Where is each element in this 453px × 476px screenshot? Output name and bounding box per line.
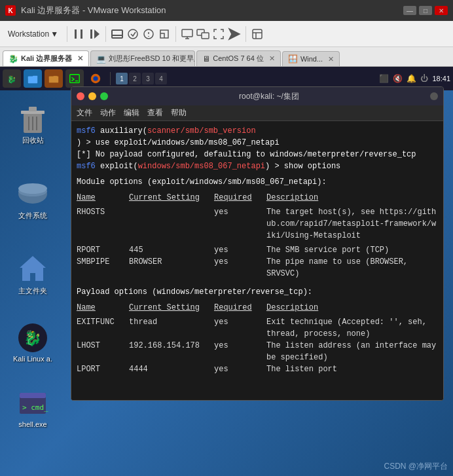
kali-desktop: 🐉 1 2 3 4 ⬛ 🔇 🔔 ⏻ 18:41 bbox=[0, 67, 453, 476]
menu-action[interactable]: 动作 bbox=[100, 107, 116, 119]
workspace-2[interactable]: 2 bbox=[129, 73, 141, 84]
shell-label: shell.exe bbox=[18, 420, 46, 428]
rport-row: RPORT 445 yes The SMB service port (TCP) bbox=[77, 244, 438, 256]
payload-options-header: Payload options (windows/meterpreter/rev… bbox=[77, 286, 438, 298]
payload-options-text: Payload options (windows/meterpreter/rev… bbox=[77, 286, 312, 298]
payload-options-columns: Name Current Setting Required Descriptio… bbox=[77, 302, 438, 314]
svg-point-36 bbox=[18, 183, 47, 194]
send-icon[interactable] bbox=[228, 27, 241, 41]
lport-required: yes bbox=[214, 363, 266, 375]
use-command: ) > use exploit/windows/smb/ms08_067_net… bbox=[77, 137, 280, 149]
tab-kali[interactable]: 🐉 Kali 边界服务器 ✕ bbox=[3, 50, 89, 66]
auxiliary-text: auxiliary( bbox=[96, 125, 147, 137]
terminal-close-btn[interactable] bbox=[77, 92, 84, 100]
pause-icon[interactable] bbox=[72, 27, 85, 41]
minimize-button[interactable]: — bbox=[403, 6, 416, 15]
taskbar-clock: 18:41 bbox=[432, 75, 450, 82]
workspace-4[interactable]: 4 bbox=[155, 73, 167, 84]
workspace-1[interactable]: 1 bbox=[116, 73, 128, 84]
terminal-title: root@kali: ~/集团 bbox=[112, 91, 426, 102]
col-name-1: Name bbox=[77, 192, 129, 204]
settings-icon[interactable] bbox=[251, 27, 264, 41]
taskbar-folder-icon[interactable] bbox=[45, 69, 63, 88]
menu-file[interactable]: 文件 bbox=[77, 107, 92, 119]
filesystem-image bbox=[17, 178, 48, 210]
taskbar-terminal-icon[interactable] bbox=[65, 69, 84, 88]
power-icon: ⏻ bbox=[420, 74, 428, 83]
spacer-5 bbox=[77, 280, 438, 286]
trash-image bbox=[17, 103, 48, 134]
shell-icon-desktop[interactable]: > cmd_ shell.exe bbox=[13, 388, 52, 428]
menu-edit[interactable]: 编辑 bbox=[124, 107, 139, 119]
workspace-switcher: 1 2 3 4 bbox=[116, 73, 167, 84]
vm-icon-1[interactable] bbox=[111, 27, 124, 41]
tab-freebsd-icon: 💻 bbox=[96, 54, 106, 64]
home-icon-desktop[interactable]: 主文件夹 bbox=[13, 253, 52, 296]
tab-wind-close[interactable]: ✕ bbox=[328, 55, 334, 64]
tab-kali-label: Kali 边界服务器 bbox=[21, 54, 72, 64]
vm-icon-4[interactable] bbox=[158, 27, 171, 41]
col-desc-1: Description bbox=[266, 192, 438, 204]
fullscreen-icon[interactable] bbox=[212, 27, 225, 41]
lhost-setting: 192.168.154.178 bbox=[129, 340, 214, 363]
rhosts-setting bbox=[129, 206, 214, 242]
maximize-button[interactable]: □ bbox=[419, 6, 432, 15]
lport-row: LPORT 4444 yes The listen port bbox=[77, 363, 438, 375]
taskbar-firefox-icon[interactable] bbox=[86, 69, 105, 88]
vm-icon-3[interactable] bbox=[142, 27, 155, 41]
tab-wind-icon: 🪟 bbox=[288, 54, 298, 64]
kali-logo-icon[interactable]: 🐉 bbox=[3, 69, 21, 88]
workstation-label: Workstation bbox=[8, 29, 49, 39]
terminal-min-btn[interactable] bbox=[88, 92, 96, 100]
monitor-icon[interactable] bbox=[181, 27, 194, 41]
pause2-icon[interactable] bbox=[88, 27, 101, 41]
workstation-menu-button[interactable]: Workstation ▼ bbox=[4, 27, 62, 41]
rport-name: RPORT bbox=[77, 244, 129, 256]
tab-centos[interactable]: 🖥 CentOS 7 64 位 ✕ bbox=[196, 50, 281, 66]
tab-wind[interactable]: 🪟 Wind... ✕ bbox=[282, 51, 340, 66]
terminal-line-2: [*] No payload configured, defaulting to… bbox=[77, 149, 438, 160]
menu-view[interactable]: 查看 bbox=[147, 107, 163, 119]
kali-linux-icon-desktop[interactable]: 🐉 Kali Linux a. bbox=[13, 322, 52, 363]
svg-point-25 bbox=[93, 76, 98, 81]
menu-help[interactable]: 帮助 bbox=[171, 107, 187, 119]
terminal-content[interactable]: msf6 auxiliary( scanner/smb/smb_version … bbox=[71, 121, 443, 400]
svg-rect-41 bbox=[20, 393, 46, 398]
svg-rect-16 bbox=[253, 29, 262, 39]
terminal-window: root@kali: ~/集团 文件 动作 编辑 查看 帮助 msf6 auxi… bbox=[71, 86, 444, 401]
terminal-menu-icon[interactable] bbox=[430, 92, 438, 100]
col-setting-1: Current Setting bbox=[129, 192, 214, 204]
svg-rect-28 bbox=[29, 107, 37, 111]
p-col-setting: Current Setting bbox=[129, 302, 214, 314]
svg-text:> cmd_: > cmd_ bbox=[22, 403, 48, 412]
module-options-header: Module options (exploit/windows/smb/ms08… bbox=[77, 176, 438, 188]
terminal-max-btn[interactable] bbox=[100, 92, 108, 100]
p-col-required: Required bbox=[214, 302, 266, 314]
close-button[interactable]: ✕ bbox=[435, 6, 448, 15]
p-col-name: Name bbox=[77, 302, 129, 314]
vm-icon-2[interactable] bbox=[126, 27, 139, 41]
monitor2-icon[interactable] bbox=[196, 27, 209, 41]
filesystem-icon-desktop[interactable]: 文件系统 bbox=[13, 178, 52, 221]
trash-icon-desktop[interactable]: 回收站 bbox=[13, 103, 52, 145]
vmware-titlebar: K Kali 边界服务器 - VMware Workstation — □ ✕ bbox=[0, 0, 453, 21]
workspace-3[interactable]: 3 bbox=[142, 73, 154, 84]
tab-centos-icon: 🖥 bbox=[202, 54, 210, 64]
vmware-toolbar: Workstation ▼ bbox=[0, 21, 453, 47]
taskbar-files-icon[interactable] bbox=[24, 69, 42, 88]
tab-kali-close[interactable]: ✕ bbox=[77, 54, 83, 63]
terminal-line-1: msf6 auxiliary( scanner/smb/smb_version … bbox=[77, 125, 438, 149]
exitfunc-setting: thread bbox=[129, 316, 214, 340]
svg-text:🐉: 🐉 bbox=[24, 329, 42, 347]
rport-setting: 445 bbox=[129, 244, 214, 256]
toolbar-separator-4 bbox=[245, 26, 246, 42]
lport-setting: 4444 bbox=[129, 363, 214, 375]
rhosts-required: yes bbox=[214, 206, 266, 242]
tab-centos-label: CentOS 7 64 位 bbox=[213, 54, 264, 64]
tab-freebsd[interactable]: 💻 刘思彤FreeBSD 10 和更早版本 ✕ bbox=[90, 50, 195, 66]
msf6-prompt-1: msf6 bbox=[77, 125, 96, 137]
tab-centos-close[interactable]: ✕ bbox=[269, 54, 275, 63]
svg-point-6 bbox=[128, 29, 137, 39]
terminal-menu: 文件 动作 编辑 查看 帮助 bbox=[71, 105, 443, 121]
monitor-status-icon: ⬛ bbox=[379, 74, 389, 83]
